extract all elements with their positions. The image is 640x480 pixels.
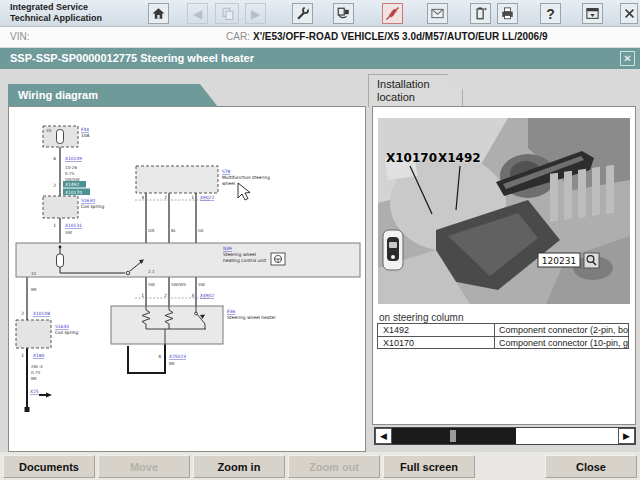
svg-text:6: 6 [53,156,56,161]
fuse-code-link[interactable]: F44 [81,127,89,132]
wrench-icon [295,6,310,21]
battery-voltage-button[interactable] [470,3,491,24]
scroll-right-button[interactable]: ▶ [618,428,635,444]
svg-text:26L-4: 26L-4 [31,364,43,369]
connector-x10131-link[interactable]: X10131 [65,223,82,228]
ecu-code-link[interactable]: N39 [223,246,232,251]
svg-text:3: 3 [191,293,194,298]
home-icon [151,6,166,21]
workshop-session-button[interactable] [215,3,239,24]
connector-code-cell: X1492 [377,323,495,336]
svg-text:BR: BR [31,287,37,292]
connection-status-button[interactable] [382,3,403,24]
svg-text:1: 1 [21,353,24,358]
svg-text:2: 2 [21,311,24,316]
scrollbar-thumb[interactable] [392,428,516,444]
home-button[interactable] [148,3,169,24]
bottom-button-bar: Documents Move Zoom in Zoom out Full scr… [0,452,640,480]
svg-text:2: 2 [164,195,167,200]
mfl-code-link[interactable]: S78 [222,169,231,174]
close-button[interactable]: Close [545,455,637,478]
heater-code-link[interactable]: E36 [227,309,236,314]
obd-device-icon [336,6,351,21]
svg-text:BR: BR [169,361,175,366]
horizontal-scrollbar[interactable]: ◀ ▶ [374,427,636,445]
svg-text:heating control unit: heating control unit [223,258,266,263]
minimize-window-button[interactable] [582,3,603,24]
connector-x10108-link[interactable]: X10108 [33,311,50,316]
svg-text:0.75: 0.75 [31,370,41,375]
svg-text:Coil spring: Coil spring [55,330,78,335]
svg-text:3: 3 [141,195,144,200]
image-number: 120231 [542,256,576,266]
svg-text:X1492: X1492 [65,182,79,187]
svg-text:Steering wheel: Steering wheel [223,252,256,257]
connector-desc-cell: Component connector (10-pin, green) [495,336,629,349]
connector-code-cell: X10170 [377,336,495,349]
photo-connector-label-x10170: X10170 [386,151,437,165]
minimize-window-icon [585,6,600,21]
svg-text:Multifunction steering: Multifunction steering [222,175,270,180]
tab-wiring-diagram[interactable]: Wiring diagram [8,84,218,107]
coil-spring-1-link[interactable]: S1630 [81,198,95,203]
printer-icon [500,6,515,21]
svg-text:SW: SW [198,282,205,287]
scrollbar-grip [450,430,456,442]
svg-text:1: 1 [191,195,194,200]
top-toolbar: Integrated Service Technical Application… [0,0,640,27]
connector-x10109-link[interactable]: X10109 [65,156,82,161]
battery-icon [473,6,488,21]
connector-x180-link[interactable]: X180 [33,353,45,358]
svg-text:31: 31 [31,271,37,276]
fuse-symbol [57,130,64,144]
installation-location-panel: X10170 X1492 120231 on steering column X… [372,106,636,425]
tab-installation-location[interactable]: Installation location [368,74,463,107]
svg-text:SW: SW [148,282,155,287]
coil-spring-box-2 [16,320,51,348]
photo-zoom-button[interactable] [584,253,599,268]
question-mark-icon: ? [546,6,555,22]
ref-x25-link[interactable]: X25 [30,389,39,394]
scroll-left-button[interactable]: ◀ [375,428,392,444]
zoom-out-button[interactable]: Zoom out [288,455,380,478]
forward-arrow-icon: ▶ [251,7,260,21]
full-screen-button[interactable]: Full screen [383,455,475,478]
connector-x25023-link[interactable]: X25023 [169,354,186,359]
svg-text:2: 2 [53,183,56,188]
move-button[interactable]: Move [98,455,190,478]
svg-text:10A: 10A [81,133,90,138]
wiring-diagram: 30 F44 10A 6 X10109 10-26 0.75 GN/SW 2 X… [9,107,365,451]
service-functions-button[interactable] [292,3,313,24]
document-title-bar: SSP-SSP-SP0000012775 Steering wheel heat… [0,48,640,69]
connector-x9022-link[interactable]: X9022 [200,195,214,200]
document-close-button[interactable]: ✕ [620,51,635,66]
coil-spring-2-link[interactable]: S1630 [55,324,69,329]
svg-text:30: 30 [46,128,52,133]
back-button[interactable]: ◀ [187,3,208,24]
connector-x4902-link[interactable]: X4902 [200,293,214,298]
print-button[interactable] [497,3,518,24]
back-arrow-icon: ◀ [193,7,202,21]
messages-button[interactable] [427,3,448,24]
documents-button[interactable]: Documents [3,455,95,478]
car-position-icon [383,230,403,270]
svg-text:10-26: 10-26 [65,165,78,170]
disconnected-plug-icon [385,6,400,21]
car-label: CAR: [226,31,250,42]
location-heading: on steering column [379,312,464,323]
vehicle-identification-bar: VIN: CAR: X'/E53/OFF-ROAD VEHICLE/X5 3.0… [0,27,640,47]
svg-text:4: 4 [158,354,161,359]
svg-text:GN: GN [148,228,154,233]
zoom-in-button[interactable]: Zoom in [193,455,285,478]
coil-spring-box-1 [43,196,78,218]
close-x-icon [623,7,636,20]
vehicle-interface-button[interactable] [333,3,354,24]
envelope-icon [430,6,445,21]
car-value: X'/E53/OFF-ROAD VEHICLE/X5 3.0d/M57/AUTO… [253,31,548,42]
close-app-button[interactable] [620,3,638,24]
ground-terminal [25,407,30,412]
forward-button[interactable]: ▶ [245,3,266,24]
svg-text:0.75: 0.75 [65,171,75,176]
mouse-cursor [238,183,250,200]
help-button[interactable]: ? [540,3,561,24]
